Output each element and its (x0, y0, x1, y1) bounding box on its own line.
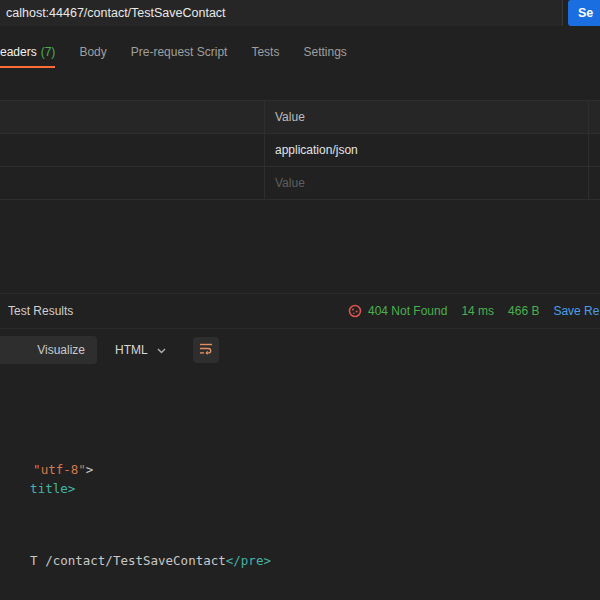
api-client-window: calhost:44467/contact/TestSaveContact Se… (0, 0, 600, 600)
tab-body[interactable]: Body (79, 36, 106, 68)
network-warning-icon[interactable] (348, 304, 362, 318)
response-toolbar: Visualize HTML (0, 328, 600, 372)
send-button-label: Se (578, 6, 593, 20)
tab-tests-label: Tests (251, 45, 279, 59)
code-token: title> (30, 481, 75, 496)
format-dropdown[interactable]: HTML (115, 336, 166, 364)
tab-headers[interactable]: eaders (7) (0, 36, 55, 68)
status-badge: 404 Not Found (368, 304, 447, 318)
tab-settings[interactable]: Settings (303, 36, 346, 68)
view-segment-visualize-label: Visualize (37, 343, 85, 357)
url-text: calhost:44467/contact/TestSaveContact (0, 6, 226, 20)
value-column-header: Value (265, 101, 589, 133)
tab-headers-count: (7) (41, 45, 56, 59)
code-token: </pre> (226, 553, 271, 568)
tab-pre-request-script[interactable]: Pre-request Script (131, 36, 228, 68)
header-row-end-cell (589, 167, 600, 199)
response-code-line-title: title> (0, 468, 75, 510)
save-response-link[interactable]: Save Re (553, 304, 599, 318)
wrap-text-icon (199, 341, 213, 359)
header-value-cell[interactable]: application/json (265, 134, 589, 166)
headers-table: Value application/json Value (0, 100, 600, 200)
code-token: > (86, 462, 94, 477)
tab-settings-label: Settings (303, 45, 346, 59)
url-input[interactable]: calhost:44467/contact/TestSaveContact (0, 0, 563, 26)
header-row-empty: Value (0, 167, 600, 200)
format-dropdown-value: HTML (115, 343, 148, 357)
response-tab-test-results[interactable]: Test Results (8, 294, 73, 328)
header-key-cell-empty[interactable] (0, 167, 265, 199)
response-header: Test Results 404 Not Found 14 ms 466 B S… (0, 293, 600, 329)
response-time: 14 ms (461, 304, 494, 318)
header-value-cell-placeholder[interactable]: Value (265, 167, 589, 199)
headers-table-header-row: Value (0, 101, 600, 134)
response-meta: 404 Not Found 14 ms 466 B Save Re (348, 294, 599, 328)
response-size: 466 B (508, 304, 539, 318)
header-row: application/json (0, 134, 600, 167)
key-column-header (0, 101, 265, 133)
actions-column-header (589, 101, 600, 133)
view-segment-visualize[interactable]: Visualize (0, 336, 97, 364)
tab-pre-request-script-label: Pre-request Script (131, 45, 228, 59)
send-button[interactable]: Se (568, 0, 600, 26)
tab-body-label: Body (79, 45, 106, 59)
response-code-line-pre: T /contact/TestSaveContact</pre> (0, 540, 271, 582)
tab-headers-label: eaders (0, 45, 37, 59)
chevron-down-icon (157, 343, 166, 357)
request-tabs: eaders (7) Body Pre-request Script Tests… (0, 36, 600, 68)
wrap-text-button[interactable] (193, 337, 219, 363)
request-url-bar: calhost:44467/contact/TestSaveContact Se (0, 0, 600, 26)
header-key-cell[interactable] (0, 134, 265, 166)
tab-tests[interactable]: Tests (251, 36, 279, 68)
response-tab-test-results-label: Test Results (8, 304, 73, 318)
code-token: T /contact/TestSaveContact (30, 553, 226, 568)
header-row-end-cell (589, 134, 600, 166)
